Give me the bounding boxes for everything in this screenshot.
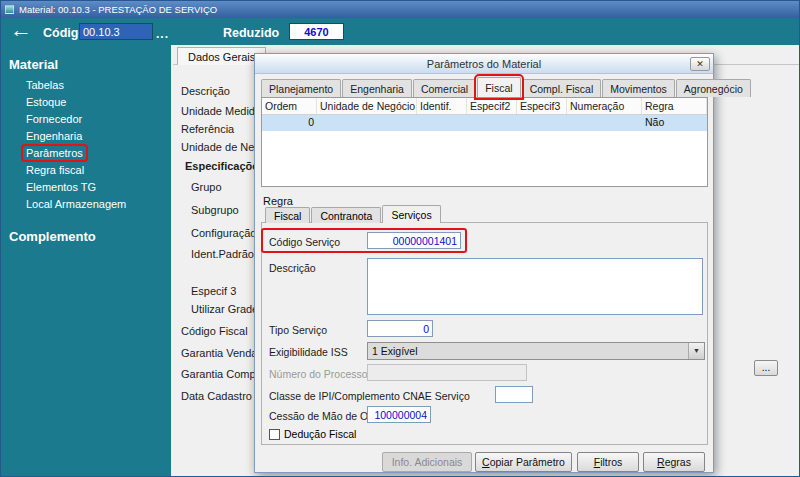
codigo-servico-label: Código Serviço [269,236,340,248]
col-especif3: Especif3 [517,98,567,114]
field-label-referencia: Referência [181,123,234,135]
tab-comercial[interactable]: Comercial [413,79,476,97]
field-label-especif3: Especif 3 [191,285,236,297]
cell-especif3 [517,115,567,131]
dialog-titlebar: Parâmetros do Material [255,54,713,74]
info-adicionais-button[interactable]: Info. Adicionais [382,452,472,472]
regras-button[interactable]: Regras [643,452,705,472]
lookup-button[interactable]: ... [754,360,778,376]
grid-row-selected[interactable]: 0 Não [262,115,707,131]
tab-dados-gerais[interactable]: Dados Gerais [177,47,266,65]
sidebar-section-material: Material [1,53,171,77]
tab-fiscal[interactable]: Fiscal [477,77,520,97]
subtab-contranota[interactable]: Contranota [311,207,381,223]
tab-compl-fiscal[interactable]: Compl. Fiscal [522,79,602,97]
cessao-mao-obra-input[interactable] [367,406,431,423]
tab-agronegocio[interactable]: Agronegócio [676,79,751,97]
field-label-especificacoes: Especificações [185,160,265,172]
sidebar-item-tabelas[interactable]: Tabelas [1,77,171,94]
parametros-grid[interactable]: Ordem Unidade de Negócio Identif. Especi… [261,97,708,187]
field-label-descricao: Descrição [181,85,230,97]
deducao-fiscal-row[interactable]: Dedução Fiscal [269,428,356,440]
field-label-codigo-fiscal: Código Fiscal [181,325,248,337]
field-label-grupo: Grupo [191,181,222,193]
reduzido-label: Reduzido [223,26,279,40]
reduzido-input[interactable] [289,23,344,40]
subtab-servicos[interactable]: Serviços [382,205,440,223]
sidebar: Material Tabelas Estoque Fornecedor Enge… [1,45,171,477]
deducao-fiscal-label: Dedução Fiscal [284,428,356,440]
col-ordem: Ordem [262,98,317,114]
numero-processo-label: Número do Processo [269,368,368,380]
field-label-data-cadastro: Data Cadastro [181,390,252,402]
codigo-input[interactable] [79,23,153,40]
tab-planejamento[interactable]: Planejamento [261,79,341,97]
sidebar-item-estoque[interactable]: Estoque [1,94,171,111]
dialog-title: Parâmetros do Material [427,58,541,70]
cell-ordem: 0 [262,115,317,131]
col-especif2: Especif2 [467,98,517,114]
window-titlebar: Material: 00.10.3 - PRESTAÇÃO DE SERVIÇO [1,1,799,18]
field-label-garantia-compra: Garantia Compra [181,368,265,380]
back-arrow-icon: ← [10,17,32,42]
cell-regra: Não [642,115,707,131]
chevron-down-icon: ▼ [688,343,704,359]
field-label-ident-padrao: Ident.Padrão [191,248,254,260]
cell-unidade-negocio [317,115,417,131]
codigo-lookup-button[interactable]: ... [156,27,169,41]
close-icon: ✕ [696,59,704,69]
dialog-close-button[interactable]: ✕ [690,57,710,71]
cell-numeracao [567,115,642,131]
sidebar-item-engenharia[interactable]: Engenharia [1,128,171,145]
cell-identif [417,115,467,131]
codigo-servico-input[interactable] [367,232,461,249]
col-numeracao: Numeração [567,98,642,114]
grid-header: Ordem Unidade de Negócio Identif. Especi… [262,98,707,115]
deducao-fiscal-checkbox[interactable] [269,429,280,440]
field-label-configuracao: Configuração [191,227,256,239]
subtab-fiscal[interactable]: Fiscal [265,207,310,223]
field-label-subgrupo: Subgrupo [191,204,239,216]
exigibilidade-iss-value: 1 Exigível [368,345,688,357]
sidebar-item-local-armazenagem[interactable]: Local Armazenagem [1,196,171,213]
cell-especif2 [467,115,517,131]
field-label-garantia-venda: Garantia Venda [181,347,257,359]
app-window: Material: 00.10.3 - PRESTAÇÃO DE SERVIÇO… [0,0,800,477]
tab-movimentos[interactable]: Movimentos [602,79,675,97]
exigibilidade-iss-select[interactable]: 1 Exigível ▼ [367,342,705,360]
col-identif: Identif. [417,98,467,114]
classe-ipi-cnae-input[interactable] [495,386,533,403]
app-icon [5,5,14,14]
tipo-servico-label: Tipo Serviço [269,324,327,336]
field-label-utilizar-grade: Utilizar Grade [191,303,258,315]
sidebar-item-elementos-tg[interactable]: Elementos TG [1,179,171,196]
sidebar-item-fornecedor[interactable]: Fornecedor [1,111,171,128]
col-regra: Regra [642,98,707,114]
sidebar-section-complemento: Complemento [1,225,171,249]
sidebar-item-parametros[interactable]: Parâmetros [1,145,171,162]
field-label-unidade-medida: Unidade Medida [181,105,261,117]
col-unidade-negocio: Unidade de Negócio [317,98,417,114]
sidebar-item-regra-fiscal[interactable]: Regra fiscal [1,162,171,179]
descricao-label: Descrição [269,262,316,274]
descricao-textarea[interactable] [367,258,703,315]
tab-engenharia[interactable]: Engenharia [342,79,412,97]
copiar-parametro-button[interactable]: Copiar Parâmetro [475,452,572,472]
tipo-servico-input[interactable] [367,320,433,337]
back-button[interactable]: ← [10,17,32,43]
filtros-button[interactable]: Filtros [577,452,639,472]
numero-processo-input [367,364,527,381]
classe-ipi-cnae-label: Classe de IPI/Complemento CNAE Serviço [269,390,470,402]
dialog-parametros-material: Parâmetros do Material ✕ Planejamento En… [254,53,714,473]
dialog-tabstrip: Planejamento Engenharia Comercial Fiscal… [261,77,752,97]
window-title: Material: 00.10.3 - PRESTAÇÃO DE SERVIÇO [19,4,217,15]
annotation-parametros: Parâmetros [23,146,86,160]
exigibilidade-iss-label: Exigibilidade ISS [269,346,348,358]
regra-tabstrip: Fiscal Contranota Serviços [265,205,442,223]
